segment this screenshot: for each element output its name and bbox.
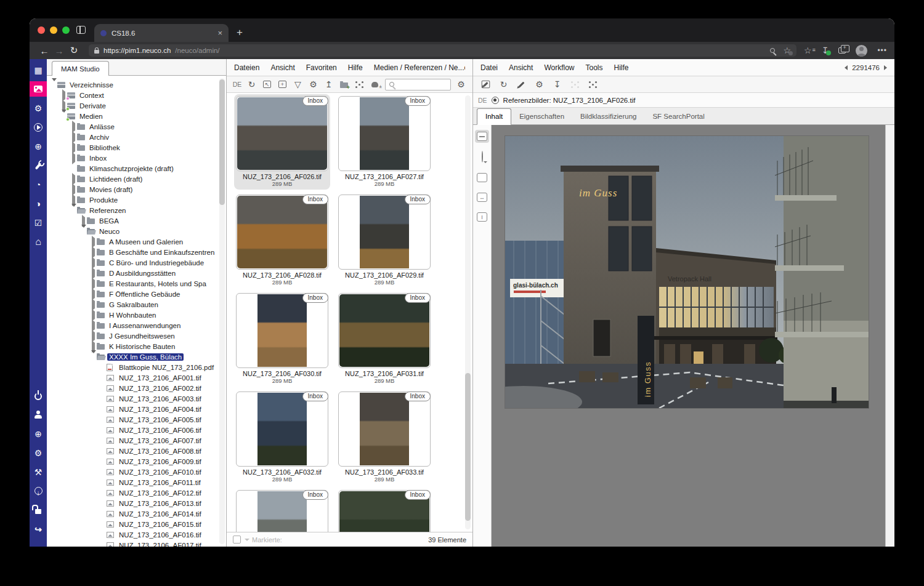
- radio-selected-icon[interactable]: [492, 97, 499, 104]
- media-image-icon[interactable]: [30, 81, 47, 97]
- tree-item[interactable]: NUZ_173_2106_AF008.tif: [49, 446, 226, 456]
- tab-eigenschaften[interactable]: Eigenschaften: [511, 109, 572, 124]
- tree-toggle-icon[interactable]: [90, 332, 97, 340]
- browser-tab[interactable]: CS18.6 ×: [94, 24, 229, 42]
- address-bar[interactable]: https://pim1.neuco.ch /neuco/admin/ ☆: [89, 44, 796, 57]
- tree-toggle-icon[interactable]: [90, 322, 97, 329]
- tree-item[interactable]: Medien: [49, 111, 226, 121]
- marked-dropdown-icon[interactable]: [245, 539, 249, 541]
- user-icon[interactable]: [30, 407, 47, 422]
- tree-item[interactable]: D Ausbildungsstätten: [49, 268, 226, 278]
- tree-toggle-icon[interactable]: [90, 259, 97, 267]
- reload-button[interactable]: ↻: [67, 45, 81, 56]
- tree-item[interactable]: H Wohnbauten: [49, 310, 226, 320]
- tab-overview-icon[interactable]: [838, 47, 846, 54]
- edit-note-icon[interactable]: [479, 78, 492, 90]
- tree-item[interactable]: NUZ_173_2106_AF010.tif: [49, 467, 226, 477]
- web-globe-icon[interactable]: ⊕: [30, 138, 47, 154]
- browser-menu-icon[interactable]: •••: [877, 46, 887, 55]
- comment-icon[interactable]: [480, 150, 485, 164]
- tree-item[interactable]: NUZ_173_2106_AF014.tif: [49, 508, 226, 519]
- tree-toggle-icon[interactable]: [90, 280, 97, 287]
- menu-workflow[interactable]: Workflow: [544, 63, 574, 72]
- downloads-icon[interactable]: ↧: [822, 46, 829, 55]
- tab-sf-searchportal[interactable]: SF SearchPortal: [644, 109, 712, 124]
- asset-card[interactable]: Inbox: [338, 96, 431, 171]
- text-cursor-icon[interactable]: I: [475, 211, 489, 223]
- media-play-icon[interactable]: [30, 119, 47, 135]
- gear-icon[interactable]: ⚙: [307, 78, 320, 90]
- refresh-icon[interactable]: ↻: [245, 78, 258, 90]
- tree-item[interactable]: NUZ_173_2106_AF001.tif: [49, 372, 226, 383]
- asset-card[interactable]: Inbox: [338, 293, 431, 368]
- tree-item[interactable]: NUZ_173_2106_AF017.tif: [49, 540, 226, 547]
- tree-item[interactable]: NUZ_173_2106_AF016.tif: [49, 529, 226, 540]
- tree-toggle-icon[interactable]: [80, 217, 87, 225]
- grid-scrollbar[interactable]: [465, 95, 471, 529]
- asset-card[interactable]: Inbox: [236, 195, 328, 270]
- tree-item[interactable]: Inbox: [49, 153, 226, 163]
- tree-item[interactable]: BEGA: [49, 215, 226, 226]
- menu-tools[interactable]: Tools: [586, 63, 603, 72]
- menu-ansicht[interactable]: Ansicht: [509, 63, 533, 72]
- tree-toggle-icon[interactable]: [90, 291, 97, 298]
- tree-item[interactable]: F Öffentliche Gebäude: [49, 289, 226, 299]
- asset-card[interactable]: Inbox: [236, 293, 328, 368]
- folder-add-icon[interactable]: [338, 78, 351, 90]
- tree-scrollbar[interactable]: [219, 78, 225, 544]
- menu-ansicht[interactable]: Ansicht: [270, 63, 294, 72]
- tree-item[interactable]: NUZ_173_2106_AF012.tif: [49, 488, 226, 498]
- tree-toggle-icon[interactable]: [90, 301, 97, 308]
- tree-item[interactable]: NUZ_173_2106_AF005.tif: [49, 414, 226, 425]
- prev-record-icon[interactable]: [845, 65, 848, 70]
- tree-item[interactable]: XXXX Im Guss, Bülach: [49, 351, 226, 362]
- tree-item[interactable]: Neuco: [49, 226, 226, 236]
- tree-item[interactable]: NUZ_173_2106_AF007.tif: [49, 435, 226, 446]
- tree-toggle-icon[interactable]: [70, 186, 77, 193]
- tree-item[interactable]: Blattkopie NUZ_173_2106.pdf: [49, 362, 226, 372]
- tree-toggle-icon[interactable]: [90, 270, 97, 277]
- tree-toggle-icon[interactable]: [90, 311, 97, 319]
- tree-toggle-icon[interactable]: [70, 196, 77, 204]
- detail-scroll-rail[interactable]: [885, 125, 894, 547]
- tools-wrench-icon[interactable]: [30, 158, 47, 173]
- tree-item[interactable]: I Aussenanwendungen: [49, 320, 226, 331]
- tab-bildklassifizierung[interactable]: Bildklassifizierung: [572, 109, 644, 124]
- tab-inhalt[interactable]: Inhalt: [477, 108, 511, 125]
- tree-item[interactable]: Anlässe: [49, 121, 226, 132]
- tree-toggle-icon[interactable]: [70, 144, 77, 151]
- tree-item[interactable]: Derivate: [49, 100, 226, 111]
- tree-item[interactable]: Movies (draft): [49, 184, 226, 195]
- asset-card[interactable]: Inbox: [236, 96, 328, 171]
- tree-toggle-icon[interactable]: [70, 134, 77, 141]
- tree-item[interactable]: NUZ_173_2106_AF003.tif: [49, 393, 226, 404]
- asset-card[interactable]: Inbox: [236, 490, 328, 532]
- tab-mam-studio[interactable]: MAM Studio: [52, 61, 109, 76]
- select-all-checkbox[interactable]: [233, 536, 241, 544]
- tree-toggle-icon[interactable]: [70, 207, 77, 214]
- gear-icon[interactable]: ⚙: [533, 78, 546, 90]
- tree-item[interactable]: NUZ_173_2106_AF004.tif: [49, 404, 226, 414]
- profile-avatar[interactable]: [856, 45, 867, 57]
- add-box-icon[interactable]: +: [276, 78, 289, 90]
- tab-close-icon[interactable]: ×: [217, 28, 222, 38]
- tree-toggle-icon[interactable]: [90, 343, 97, 350]
- menu-hilfe[interactable]: Hilfe: [348, 63, 363, 72]
- search-input[interactable]: [385, 79, 451, 90]
- asset-card[interactable]: Inbox: [338, 391, 431, 467]
- minimize-window-button[interactable]: [50, 26, 57, 34]
- tree-toggle-icon[interactable]: [70, 175, 77, 183]
- admin-tools-icon[interactable]: ⚒: [30, 464, 47, 480]
- forward-arrow-icon[interactable]: ↪: [30, 521, 47, 537]
- tree-item[interactable]: Klimaschutzprojekte (draft): [49, 163, 226, 174]
- tree-item[interactable]: NUZ_173_2106_AF015.tif: [49, 519, 226, 529]
- open-in-icon[interactable]: ↖: [261, 78, 274, 90]
- tree-item[interactable]: Bibliothek: [49, 142, 226, 153]
- menu-dateien[interactable]: Dateien: [234, 63, 259, 72]
- settings-gear-icon[interactable]: ⚙: [30, 100, 47, 116]
- settings-gear-icon[interactable]: ⚙: [455, 78, 468, 90]
- tree-item[interactable]: NUZ_173_2106_AF013.tif: [49, 498, 226, 508]
- nodes-icon[interactable]: [353, 78, 366, 90]
- forward-button[interactable]: →: [52, 46, 67, 56]
- tree-item[interactable]: NUZ_173_2106_AF011.tif: [49, 477, 226, 488]
